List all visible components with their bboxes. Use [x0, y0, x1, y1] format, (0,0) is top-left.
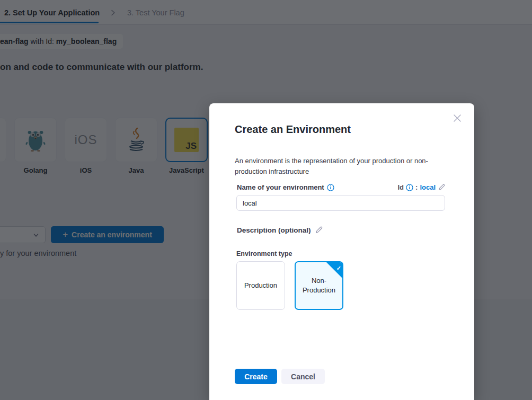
- modal-title: Create an Environment: [235, 123, 351, 136]
- description-label-row: Description (optional): [237, 226, 323, 234]
- id-label: Id: [397, 183, 404, 191]
- production-card-label: Production: [244, 281, 277, 290]
- cancel-button[interactable]: Cancel: [281, 369, 325, 384]
- non-production-card-label: Non-Production: [300, 276, 338, 295]
- create-environment-modal: Create an Environment An environment is …: [209, 103, 474, 400]
- modal-description: An environment is the representation of …: [235, 156, 442, 177]
- environment-name-label-row: Name of your environment: [237, 183, 334, 191]
- env-type-card-production[interactable]: Production: [236, 261, 285, 310]
- environment-id-value: local: [420, 183, 436, 191]
- environment-id-row: Id : local: [397, 183, 446, 191]
- env-type-card-non-production[interactable]: Non-Production ✓: [295, 261, 343, 310]
- close-icon[interactable]: [452, 112, 464, 124]
- create-button[interactable]: Create: [235, 369, 277, 384]
- info-icon[interactable]: [406, 184, 413, 191]
- app-root: 2. Set Up Your Application 3. Test Your …: [0, 0, 532, 400]
- info-icon[interactable]: [327, 184, 334, 191]
- check-icon: ✓: [336, 263, 341, 273]
- environment-type-label: Environment type: [236, 250, 292, 257]
- edit-pencil-icon[interactable]: [438, 183, 446, 191]
- id-separator: :: [415, 183, 418, 191]
- edit-pencil-icon[interactable]: [315, 226, 323, 234]
- environment-name-input[interactable]: [236, 195, 445, 211]
- selected-corner-badge: ✓: [326, 262, 342, 278]
- description-label: Description (optional): [237, 226, 311, 234]
- environment-name-label: Name of your environment: [237, 183, 324, 191]
